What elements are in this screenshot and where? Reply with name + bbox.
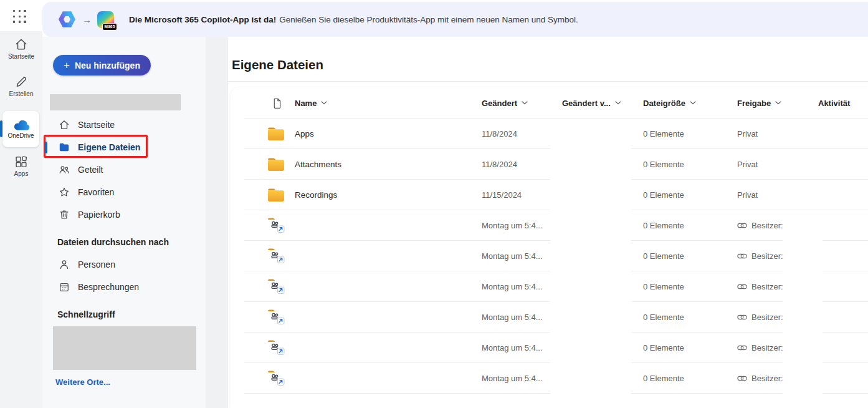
table-row[interactable]: Montag um 5:4... 0 Elemente Besitzer: xyxy=(231,241,868,271)
sidebar-item-geteilt[interactable]: Geteilt xyxy=(50,158,201,181)
star-icon xyxy=(59,187,70,198)
table-row[interactable]: Apps 11/8/2024 0 Elemente Privat xyxy=(231,119,868,149)
rail-active-indicator xyxy=(0,120,2,137)
table-row[interactable]: Montag um 5:4... 0 Elemente Besitzer: xyxy=(231,363,868,394)
file-size: 0 Elemente xyxy=(643,313,737,322)
table-row[interactable]: Recordings 11/15/2024 0 Elemente Privat xyxy=(231,180,868,210)
banner-title: Die Microsoft 365 Copilot-App ist da! xyxy=(129,15,276,24)
link-icon xyxy=(737,253,747,259)
chevron-down-icon xyxy=(775,101,781,105)
sharing-status[interactable]: Privat xyxy=(737,190,818,200)
redacted-modified-by-column xyxy=(550,122,631,394)
sidebar-item-besprechungen[interactable]: Besprechungen xyxy=(50,276,201,298)
shared-folder-shortcut-icon xyxy=(267,309,286,326)
table-row[interactable]: Montag um 5:4... 0 Elemente Besitzer: xyxy=(231,271,868,302)
column-header-aktivitaet[interactable]: Aktivität xyxy=(818,99,868,108)
sidebar-item-startseite[interactable]: Startseite xyxy=(50,114,201,136)
chevron-down-icon xyxy=(690,101,696,105)
rail-item-erstellen[interactable]: Erstellen xyxy=(0,75,42,97)
redacted-owner-names xyxy=(783,212,823,394)
sidebar-item-favoriten[interactable]: Favoriten xyxy=(50,181,201,203)
chevron-down-icon xyxy=(321,101,327,105)
plus-icon: + xyxy=(64,60,70,70)
file-size: 0 Elemente xyxy=(643,160,737,169)
table-row[interactable]: Montag um 5:4... 0 Elemente Besitzer: xyxy=(231,302,868,333)
table-header-row: Name Geändert Geändert v... Dateigröße F… xyxy=(231,87,868,119)
link-icon xyxy=(737,223,747,228)
table-row[interactable]: Attachments 11/8/2024 0 Elemente Privat xyxy=(231,149,868,180)
column-header-geaendert-von[interactable]: Geändert v... xyxy=(562,99,643,108)
trash-icon xyxy=(59,209,70,220)
more-places-link[interactable]: Weitere Orte... xyxy=(55,377,110,387)
banner-subtitle: Genießen Sie dieselbe Produktivitäts-App… xyxy=(279,15,578,24)
m365-copilot-logo-icon: M365 xyxy=(97,11,114,28)
sidebar-item-personen[interactable]: Personen xyxy=(50,253,201,276)
rail-item-label: Apps xyxy=(14,170,29,177)
link-icon xyxy=(737,376,747,381)
shared-folder-shortcut-icon xyxy=(267,278,286,295)
rail-item-label: Erstellen xyxy=(9,90,34,97)
shared-folder-shortcut-icon xyxy=(267,217,286,234)
onedrive-app-window: Startseite Erstellen OneDrive xyxy=(0,0,868,408)
column-header-name[interactable]: Name xyxy=(295,99,482,108)
file-size: 0 Elemente xyxy=(643,221,737,230)
home-icon xyxy=(14,37,28,51)
shared-folder-shortcut-icon xyxy=(267,339,286,356)
banner-message: Die Microsoft 365 Copilot-App ist da!Gen… xyxy=(129,15,578,24)
sidebar-gutter xyxy=(206,37,228,408)
file-name[interactable]: Apps xyxy=(295,129,482,138)
sidebar-item-papierkorb[interactable]: Papierkorb xyxy=(50,203,201,226)
browse-section-header: Dateien durchsuchen nach xyxy=(57,237,169,247)
file-size: 0 Elemente xyxy=(643,374,737,383)
column-header-geaendert[interactable]: Geändert xyxy=(482,99,562,108)
file-size: 0 Elemente xyxy=(643,343,737,352)
app-launcher-waffle-icon[interactable] xyxy=(13,10,27,24)
table-row[interactable]: Montag um 5:4... 0 Elemente Besitzer: xyxy=(231,210,868,241)
sharing-status[interactable]: Privat xyxy=(737,160,818,169)
arrow-right-icon: → xyxy=(82,14,92,25)
link-icon xyxy=(737,314,747,320)
title-divider xyxy=(228,81,868,82)
file-name[interactable]: Attachments xyxy=(295,160,482,169)
onedrive-cloud-icon xyxy=(12,119,31,131)
copilot-announcement-banner: → M365 Die Microsoft 365 Copilot-App ist… xyxy=(42,2,868,37)
table-row[interactable]: Montag um 5:4... 0 Elemente Besitzer: xyxy=(231,333,868,363)
rail-item-label: OneDrive xyxy=(7,132,34,139)
document-icon xyxy=(272,98,282,109)
rail-item-onedrive[interactable]: OneDrive xyxy=(2,111,39,147)
rail-item-label: Startseite xyxy=(8,53,34,60)
rail-item-startseite[interactable]: Startseite xyxy=(0,37,42,60)
page-title: Eigene Dateien xyxy=(232,57,323,72)
quick-access-header: Schnellzugriff xyxy=(57,309,115,319)
redacted-account-name xyxy=(50,94,181,110)
add-new-button[interactable]: + Neu hinzufügen xyxy=(53,55,151,75)
rail-item-apps[interactable]: Apps xyxy=(0,155,42,177)
folder-icon xyxy=(267,127,285,141)
people-icon xyxy=(59,164,70,175)
file-size: 0 Elemente xyxy=(643,251,737,261)
file-size: 0 Elemente xyxy=(643,129,737,138)
sidebar-item-eigene-dateien[interactable]: Eigene Dateien xyxy=(50,136,201,158)
sharing-status[interactable]: Privat xyxy=(737,129,818,138)
column-header-dateigroesse[interactable]: Dateigröße xyxy=(643,99,737,108)
chevron-down-icon xyxy=(522,101,528,105)
pencil-icon xyxy=(14,75,28,89)
folder-icon xyxy=(267,157,285,172)
redacted-quick-access-block xyxy=(53,326,196,370)
table-body: Apps 11/8/2024 0 Elemente Privat xyxy=(231,119,868,394)
calendar-icon xyxy=(59,281,70,293)
sidebar-active-indicator xyxy=(45,142,47,153)
shared-folder-shortcut-icon xyxy=(267,248,286,265)
app-rail: Startseite Erstellen OneDrive xyxy=(0,0,42,408)
link-icon xyxy=(737,345,747,351)
link-icon xyxy=(737,284,747,289)
apps-grid-icon xyxy=(14,155,28,168)
file-size: 0 Elemente xyxy=(643,190,737,200)
file-list-card: Name Geändert Geändert v... Dateigröße F… xyxy=(231,87,868,408)
file-size: 0 Elemente xyxy=(643,282,737,291)
person-icon xyxy=(59,259,70,270)
home-icon xyxy=(59,119,70,130)
column-header-freigabe[interactable]: Freigabe xyxy=(737,99,818,108)
folder-icon xyxy=(59,142,70,153)
file-name[interactable]: Recordings xyxy=(295,190,482,200)
